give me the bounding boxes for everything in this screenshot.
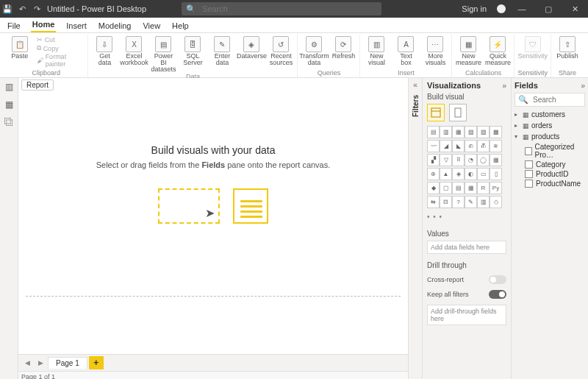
viz-qa-icon[interactable]: ?: [452, 196, 465, 208]
copy-button[interactable]: ⧉Copy: [37, 44, 85, 52]
close-button[interactable]: ✕: [564, 4, 585, 14]
report-view-icon[interactable]: ▥: [3, 81, 15, 93]
data-view-icon[interactable]: ▦: [3, 99, 15, 110]
viz-treemap-icon[interactable]: ▦: [490, 154, 502, 166]
viz-matrix-icon[interactable]: ▦: [465, 182, 477, 194]
field-category[interactable]: Category: [514, 160, 585, 169]
viz-pie-icon[interactable]: ◔: [465, 154, 477, 166]
text-box-button[interactable]: AText box: [392, 36, 419, 66]
values-drop-area[interactable]: Add data fields here: [427, 241, 506, 254]
viz-key-influencers-icon[interactable]: ⇆: [427, 196, 440, 208]
viz-slicer-icon[interactable]: ▢: [440, 182, 452, 194]
fields-search-input[interactable]: [531, 95, 581, 105]
recent-sources-button[interactable]: ↺Recent sources: [268, 36, 294, 66]
chevron-right-icon[interactable]: »: [581, 82, 585, 90]
viz-card-icon[interactable]: ▭: [477, 168, 490, 180]
dataverse-button[interactable]: ◈Dataverse: [238, 36, 265, 60]
minimize-button[interactable]: —: [512, 4, 532, 13]
build-visual-tab[interactable]: [427, 104, 445, 121]
tab-modeling[interactable]: Modeling: [97, 20, 133, 32]
viz-stacked-area-icon[interactable]: ◣: [452, 140, 465, 152]
add-page-button[interactable]: +: [89, 356, 104, 369]
viz-python-icon[interactable]: Py: [490, 182, 502, 194]
report-canvas[interactable]: Report Build visuals with your data Sele…: [18, 78, 408, 354]
viz-table-icon[interactable]: ▤: [452, 182, 465, 194]
viz-line-column-icon[interactable]: ⫙: [465, 140, 477, 152]
sql-server-button[interactable]: 🗄SQL Server: [179, 36, 206, 66]
viz-clustered-column-icon[interactable]: ▧: [465, 126, 477, 138]
chevron-right-icon[interactable]: »: [502, 82, 506, 90]
field-productid[interactable]: ProductID: [514, 170, 585, 178]
viz-filled-map-icon[interactable]: ▲: [440, 168, 452, 180]
cross-report-toggle[interactable]: [489, 275, 506, 284]
checkbox[interactable]: [525, 170, 533, 178]
viz-waterfall-icon[interactable]: ▞: [427, 154, 440, 166]
field-categorized-pro[interactable]: Categorized Pro…: [514, 143, 585, 159]
field-productname[interactable]: ProductName: [514, 180, 585, 188]
format-painter-button[interactable]: 🖌Format painter: [37, 53, 85, 68]
viz-100-bar-icon[interactable]: ▨: [477, 126, 490, 138]
viz-kpi-icon[interactable]: ◆: [427, 182, 440, 194]
viz-powerapps-icon[interactable]: ◇: [490, 196, 502, 208]
tab-help[interactable]: Help: [171, 20, 190, 32]
page-prev-button[interactable]: ◀: [21, 359, 33, 366]
checkbox[interactable]: [525, 160, 533, 169]
model-view-icon[interactable]: ⿻: [3, 116, 15, 128]
redo-icon[interactable]: ↷: [32, 4, 41, 13]
new-measure-button[interactable]: ▦New measure: [455, 36, 481, 66]
drill-through-drop-area[interactable]: Add drill-through fields here: [427, 305, 506, 325]
table-customers[interactable]: ▸▦customers: [514, 110, 585, 119]
viz-100-column-icon[interactable]: ▩: [490, 126, 502, 138]
checkbox[interactable]: [525, 180, 533, 188]
viz-decomposition-icon[interactable]: ⊟: [440, 196, 452, 208]
keep-filters-toggle[interactable]: [489, 290, 506, 299]
viz-multi-card-icon[interactable]: ▯: [490, 168, 502, 180]
publish-button[interactable]: ⇧Publish: [554, 36, 581, 60]
get-data-button[interactable]: ⇩Get data: [91, 36, 118, 66]
page-tab-1[interactable]: Page 1: [48, 357, 87, 369]
fields-search[interactable]: 🔍: [514, 93, 585, 107]
tab-insert[interactable]: Insert: [65, 20, 88, 32]
excel-workbook-button[interactable]: XExcel workbook: [121, 36, 147, 66]
global-search-input[interactable]: [201, 4, 377, 14]
more-visuals-button[interactable]: ⋯More visuals: [422, 36, 448, 66]
viz-line-clustered-icon[interactable]: ⫚: [477, 140, 490, 152]
viz-narrative-icon[interactable]: ✎: [465, 196, 477, 208]
viz-gauge-icon[interactable]: ◐: [465, 168, 477, 180]
powerbi-datasets-button[interactable]: ▤Power BI datasets: [150, 36, 176, 73]
undo-icon[interactable]: ↶: [18, 4, 26, 13]
viz-stacked-bar-icon[interactable]: ▤: [427, 126, 440, 138]
viz-more-icon[interactable]: • • •: [427, 211, 506, 222]
viz-ribbon-icon[interactable]: ≋: [490, 140, 502, 152]
viz-r-icon[interactable]: R: [477, 182, 490, 194]
table-products[interactable]: ▾▦products: [514, 132, 585, 141]
refresh-button[interactable]: ⟳Refresh: [330, 36, 356, 60]
viz-funnel-icon[interactable]: ▽: [440, 154, 452, 166]
viz-paginated-icon[interactable]: ▥: [477, 196, 490, 208]
sensitivity-button[interactable]: 🛡Sensitivity: [520, 36, 546, 60]
tab-file[interactable]: File: [6, 20, 22, 32]
viz-shape-map-icon[interactable]: ◈: [452, 168, 465, 180]
checkbox[interactable]: [525, 147, 532, 155]
viz-donut-icon[interactable]: ◯: [477, 154, 490, 166]
save-icon[interactable]: 💾: [3, 4, 12, 13]
viz-area-icon[interactable]: ◢: [440, 140, 452, 152]
table-orders[interactable]: ▸▦orders: [514, 121, 585, 130]
page-next-button[interactable]: ▶: [35, 359, 46, 366]
viz-line-icon[interactable]: 〰: [427, 140, 440, 152]
new-visual-button[interactable]: ▥New visual: [363, 36, 390, 66]
quick-measure-button[interactable]: ⚡Quick measure: [484, 36, 511, 66]
transform-data-button[interactable]: ⚙Transform data: [301, 36, 327, 66]
viz-stacked-column-icon[interactable]: ▥: [440, 126, 452, 138]
maximize-button[interactable]: ▢: [538, 4, 559, 14]
enter-data-button[interactable]: ✎Enter data: [209, 36, 235, 66]
avatar[interactable]: [497, 4, 506, 13]
tab-view[interactable]: View: [141, 20, 162, 32]
viz-map-icon[interactable]: ⊕: [427, 168, 440, 180]
global-search[interactable]: 🔍: [182, 2, 381, 15]
viz-clustered-bar-icon[interactable]: ▦: [452, 126, 465, 138]
format-visual-tab[interactable]: [449, 104, 467, 121]
sign-in-link[interactable]: Sign in: [462, 4, 487, 13]
paste-button[interactable]: 📋Paste: [7, 36, 32, 60]
viz-scatter-icon[interactable]: ⠿: [452, 154, 465, 166]
